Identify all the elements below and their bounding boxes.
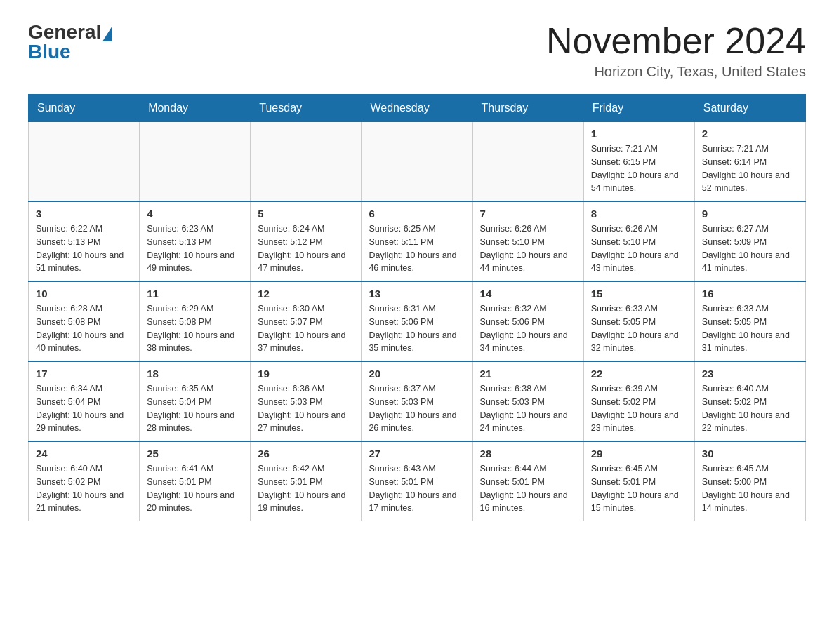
calendar-week-row: 10Sunrise: 6:28 AM Sunset: 5:08 PM Dayli…	[29, 281, 806, 361]
day-number: 29	[591, 448, 687, 459]
calendar-cell: 24Sunrise: 6:40 AM Sunset: 5:02 PM Dayli…	[29, 441, 140, 521]
location-text: Horizon City, Texas, United States	[546, 64, 806, 80]
title-section: November 2024 Horizon City, Texas, Unite…	[546, 21, 806, 80]
month-title: November 2024	[546, 21, 806, 61]
day-number: 14	[480, 288, 576, 300]
calendar-cell	[472, 122, 583, 202]
calendar-cell: 28Sunrise: 6:44 AM Sunset: 5:01 PM Dayli…	[472, 441, 583, 521]
day-info: Sunrise: 6:25 AM Sunset: 5:11 PM Dayligh…	[369, 222, 465, 275]
calendar-cell: 21Sunrise: 6:38 AM Sunset: 5:03 PM Dayli…	[472, 361, 583, 441]
calendar-cell	[29, 122, 140, 202]
calendar-cell: 2Sunrise: 7:21 AM Sunset: 6:14 PM Daylig…	[694, 122, 805, 202]
logo: General Blue	[28, 21, 112, 63]
calendar-cell: 29Sunrise: 6:45 AM Sunset: 5:01 PM Dayli…	[583, 441, 694, 521]
day-info: Sunrise: 6:33 AM Sunset: 5:05 PM Dayligh…	[591, 302, 687, 355]
day-number: 25	[147, 448, 243, 459]
calendar-cell: 25Sunrise: 6:41 AM Sunset: 5:01 PM Dayli…	[140, 441, 251, 521]
day-number: 4	[147, 208, 243, 220]
column-header-saturday: Saturday	[694, 95, 805, 122]
calendar-week-row: 3Sunrise: 6:22 AM Sunset: 5:13 PM Daylig…	[29, 201, 806, 281]
calendar-cell: 11Sunrise: 6:29 AM Sunset: 5:08 PM Dayli…	[140, 281, 251, 361]
day-info: Sunrise: 6:36 AM Sunset: 5:03 PM Dayligh…	[258, 382, 354, 435]
day-info: Sunrise: 6:22 AM Sunset: 5:13 PM Dayligh…	[36, 222, 132, 275]
day-number: 16	[702, 288, 798, 300]
day-number: 22	[591, 368, 687, 380]
logo-blue-text: Blue	[28, 41, 71, 63]
day-info: Sunrise: 6:33 AM Sunset: 5:05 PM Dayligh…	[702, 302, 798, 355]
day-info: Sunrise: 6:43 AM Sunset: 5:01 PM Dayligh…	[369, 462, 465, 515]
day-info: Sunrise: 6:45 AM Sunset: 5:00 PM Dayligh…	[702, 462, 798, 515]
day-info: Sunrise: 6:23 AM Sunset: 5:13 PM Dayligh…	[147, 222, 243, 275]
day-number: 1	[591, 128, 687, 140]
column-header-wednesday: Wednesday	[362, 95, 472, 122]
calendar-cell: 1Sunrise: 7:21 AM Sunset: 6:15 PM Daylig…	[583, 122, 694, 202]
calendar-header-row: SundayMondayTuesdayWednesdayThursdayFrid…	[29, 95, 806, 122]
calendar-table: SundayMondayTuesdayWednesdayThursdayFrid…	[28, 94, 806, 521]
calendar-cell: 26Sunrise: 6:42 AM Sunset: 5:01 PM Dayli…	[251, 441, 362, 521]
day-number: 28	[480, 448, 576, 459]
day-number: 3	[36, 208, 132, 220]
day-info: Sunrise: 6:34 AM Sunset: 5:04 PM Dayligh…	[36, 382, 132, 435]
day-info: Sunrise: 6:30 AM Sunset: 5:07 PM Dayligh…	[258, 302, 354, 355]
day-info: Sunrise: 6:26 AM Sunset: 5:10 PM Dayligh…	[480, 222, 576, 275]
calendar-cell: 3Sunrise: 6:22 AM Sunset: 5:13 PM Daylig…	[29, 201, 140, 281]
calendar-cell: 4Sunrise: 6:23 AM Sunset: 5:13 PM Daylig…	[140, 201, 251, 281]
day-number: 10	[36, 288, 132, 300]
day-info: Sunrise: 6:32 AM Sunset: 5:06 PM Dayligh…	[480, 302, 576, 355]
day-number: 7	[480, 208, 576, 220]
day-number: 5	[258, 208, 354, 220]
day-number: 17	[36, 368, 132, 380]
calendar-cell: 16Sunrise: 6:33 AM Sunset: 5:05 PM Dayli…	[694, 281, 805, 361]
calendar-cell: 30Sunrise: 6:45 AM Sunset: 5:00 PM Dayli…	[694, 441, 805, 521]
day-number: 15	[591, 288, 687, 300]
day-info: Sunrise: 6:39 AM Sunset: 5:02 PM Dayligh…	[591, 382, 687, 435]
column-header-friday: Friday	[583, 95, 694, 122]
calendar-cell: 9Sunrise: 6:27 AM Sunset: 5:09 PM Daylig…	[694, 201, 805, 281]
calendar-cell: 10Sunrise: 6:28 AM Sunset: 5:08 PM Dayli…	[29, 281, 140, 361]
day-number: 9	[702, 208, 798, 220]
column-header-thursday: Thursday	[472, 95, 583, 122]
calendar-cell: 14Sunrise: 6:32 AM Sunset: 5:06 PM Dayli…	[472, 281, 583, 361]
day-info: Sunrise: 7:21 AM Sunset: 6:15 PM Dayligh…	[591, 142, 687, 195]
logo-triangle-icon	[102, 26, 112, 41]
calendar-cell: 7Sunrise: 6:26 AM Sunset: 5:10 PM Daylig…	[472, 201, 583, 281]
column-header-sunday: Sunday	[29, 95, 140, 122]
day-info: Sunrise: 6:41 AM Sunset: 5:01 PM Dayligh…	[147, 462, 243, 515]
page-header: General Blue November 2024 Horizon City,…	[28, 21, 806, 80]
day-info: Sunrise: 6:35 AM Sunset: 5:04 PM Dayligh…	[147, 382, 243, 435]
calendar-cell: 27Sunrise: 6:43 AM Sunset: 5:01 PM Dayli…	[362, 441, 472, 521]
day-info: Sunrise: 6:44 AM Sunset: 5:01 PM Dayligh…	[480, 462, 576, 515]
day-info: Sunrise: 6:31 AM Sunset: 5:06 PM Dayligh…	[369, 302, 465, 355]
day-info: Sunrise: 6:27 AM Sunset: 5:09 PM Dayligh…	[702, 222, 798, 275]
day-info: Sunrise: 6:29 AM Sunset: 5:08 PM Dayligh…	[147, 302, 243, 355]
calendar-week-row: 24Sunrise: 6:40 AM Sunset: 5:02 PM Dayli…	[29, 441, 806, 521]
day-number: 23	[702, 368, 798, 380]
calendar-week-row: 17Sunrise: 6:34 AM Sunset: 5:04 PM Dayli…	[29, 361, 806, 441]
calendar-cell: 8Sunrise: 6:26 AM Sunset: 5:10 PM Daylig…	[583, 201, 694, 281]
day-info: Sunrise: 6:24 AM Sunset: 5:12 PM Dayligh…	[258, 222, 354, 275]
day-info: Sunrise: 6:42 AM Sunset: 5:01 PM Dayligh…	[258, 462, 354, 515]
calendar-cell: 19Sunrise: 6:36 AM Sunset: 5:03 PM Dayli…	[251, 361, 362, 441]
day-number: 18	[147, 368, 243, 380]
calendar-cell: 23Sunrise: 6:40 AM Sunset: 5:02 PM Dayli…	[694, 361, 805, 441]
day-info: Sunrise: 6:28 AM Sunset: 5:08 PM Dayligh…	[36, 302, 132, 355]
column-header-tuesday: Tuesday	[251, 95, 362, 122]
day-info: Sunrise: 6:38 AM Sunset: 5:03 PM Dayligh…	[480, 382, 576, 435]
day-number: 2	[702, 128, 798, 140]
calendar-cell: 18Sunrise: 6:35 AM Sunset: 5:04 PM Dayli…	[140, 361, 251, 441]
day-number: 19	[258, 368, 354, 380]
day-number: 6	[369, 208, 465, 220]
day-info: Sunrise: 6:40 AM Sunset: 5:02 PM Dayligh…	[702, 382, 798, 435]
day-number: 8	[591, 208, 687, 220]
calendar-cell	[251, 122, 362, 202]
calendar-cell: 20Sunrise: 6:37 AM Sunset: 5:03 PM Dayli…	[362, 361, 472, 441]
calendar-cell: 13Sunrise: 6:31 AM Sunset: 5:06 PM Dayli…	[362, 281, 472, 361]
day-number: 11	[147, 288, 243, 300]
calendar-week-row: 1Sunrise: 7:21 AM Sunset: 6:15 PM Daylig…	[29, 122, 806, 202]
day-number: 27	[369, 448, 465, 459]
calendar-cell: 17Sunrise: 6:34 AM Sunset: 5:04 PM Dayli…	[29, 361, 140, 441]
calendar-cell: 15Sunrise: 6:33 AM Sunset: 5:05 PM Dayli…	[583, 281, 694, 361]
day-number: 20	[369, 368, 465, 380]
day-info: Sunrise: 6:45 AM Sunset: 5:01 PM Dayligh…	[591, 462, 687, 515]
calendar-cell: 12Sunrise: 6:30 AM Sunset: 5:07 PM Dayli…	[251, 281, 362, 361]
